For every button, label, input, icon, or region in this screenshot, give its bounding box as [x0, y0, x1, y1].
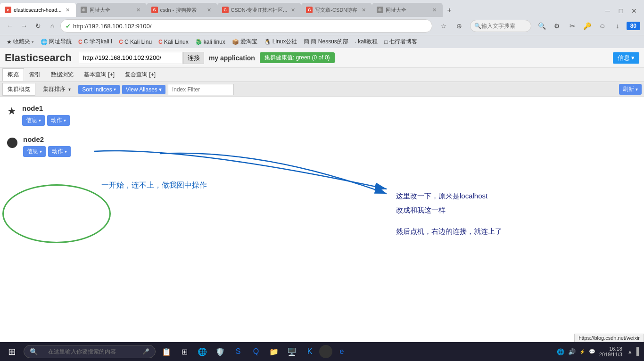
bookmark-qihang-blog[interactable]: □ 七行者博客 — [381, 37, 420, 47]
nav-indices[interactable]: 索引 — [24, 68, 46, 81]
bookmark-xuekali[interactable]: C C 学习kali I — [75, 37, 115, 47]
tray-expand-icon[interactable]: ▲ — [627, 349, 633, 354]
download-button[interactable]: ↓ — [611, 20, 624, 32]
cluster-overview-tab[interactable]: 集群概览 — [2, 83, 35, 96]
es-health-badge: 集群健康值: green (0 of 0) — [260, 52, 335, 63]
bookmark-button[interactable]: ⊕ — [453, 20, 465, 32]
tab-csdn-search[interactable]: S csdn - 搜狗搜索 ✕ — [147, 3, 217, 17]
tab-label-3: csdn - 搜狗搜索 — [160, 7, 203, 14]
refresh-browser-button[interactable]: ↻ — [32, 20, 44, 32]
bookmark-linux-pub[interactable]: 🐧 Linux公社 — [261, 37, 300, 47]
browser-search-input[interactable] — [481, 23, 527, 29]
node1-action-button[interactable]: 动作 ▾ — [47, 115, 70, 126]
tab-close-5[interactable]: ✕ — [360, 7, 367, 14]
bookmark-wangzhu-nav[interactable]: 🌐 网址导航 — [38, 37, 74, 47]
sort-indices-button[interactable]: Sort Indices ▾ — [78, 85, 119, 94]
tab-wangzhi[interactable]: ⊕ 网址大全 ✕ — [76, 3, 147, 17]
node1-info-button[interactable]: 信息 ▾ — [22, 115, 45, 126]
es-info-button[interactable]: 信息 ▾ — [613, 52, 639, 64]
sort-indices-label: Sort Indices — [82, 86, 112, 93]
cluster-sort-label: 集群排序 — [43, 86, 66, 92]
nav-complex-query[interactable]: 复合查询 [+] — [120, 68, 161, 81]
tab-label-1: elasticsearch-head... — [14, 7, 62, 13]
restore-button[interactable]: □ — [615, 5, 627, 17]
node2-action-button[interactable]: 动作 ▾ — [48, 146, 71, 157]
start-button[interactable]: ⊞ — [2, 343, 21, 361]
bookmark-taobao[interactable]: 📦 爱淘宝 — [229, 37, 260, 47]
tab-close-1[interactable]: ✕ — [64, 7, 71, 14]
tab-elasticsearch[interactable]: e elasticsearch-head... ✕ — [0, 3, 76, 17]
address-bar-container: ✔ — [60, 19, 432, 33]
user-button[interactable]: 🔑 — [581, 20, 594, 32]
bookmark-favorites[interactable]: ★ 收藏夹 ▾ — [4, 37, 37, 47]
tools-button[interactable]: ✂ — [566, 20, 578, 32]
tab-close-6[interactable]: ✕ — [431, 7, 438, 14]
forward-button[interactable]: → — [18, 20, 30, 32]
info-arrow: ▾ — [631, 54, 635, 61]
taskbar-s-icon[interactable]: S — [230, 343, 247, 360]
back-button[interactable]: ← — [4, 20, 16, 32]
minimize-button[interactable]: ─ — [602, 5, 614, 17]
nav-overview-label: 概览 — [8, 71, 19, 78]
taskbar-ie-icon[interactable]: e — [333, 343, 350, 360]
search-icon: 🔍 — [474, 23, 481, 29]
nav-data-browse[interactable]: 数据浏览 — [46, 68, 79, 81]
new-tab-button[interactable]: + — [443, 4, 456, 17]
search-button[interactable]: 🔍 — [536, 20, 548, 32]
es-connect-url-input[interactable] — [79, 52, 182, 64]
tab-csdn-write[interactable]: C 写文章-CSDN博客 ✕ — [301, 3, 372, 17]
tab-label-4: CSDN-专业IT技术社区... — [231, 7, 288, 14]
taskbar-windows-icon[interactable]: ⊞ — [176, 343, 193, 360]
kali-linux-label: Kali Linux — [164, 39, 189, 45]
tray-show-desktop-icon[interactable]: ▌ — [636, 347, 642, 356]
settings-button[interactable]: ⚙ — [551, 20, 563, 32]
cluster-sort-tab[interactable]: 集群排序 ▾ — [38, 83, 76, 96]
node2-action-label: 动作 — [52, 148, 63, 156]
microphone-icon[interactable]: 🎤 — [142, 348, 149, 355]
login-button[interactable]: 80 — [627, 22, 640, 30]
refresh-button[interactable]: 刷新 ▾ — [619, 84, 642, 95]
taskbar-monitor-icon[interactable]: 🖥️ — [283, 343, 300, 360]
tab-wangzhi2[interactable]: ⊕ 网址大全 ✕ — [372, 3, 443, 17]
qihang-label: 七行者博客 — [389, 38, 417, 46]
taskbar-globe-icon[interactable]: 🌐 — [194, 343, 211, 360]
taskbar-k-icon[interactable]: K — [301, 343, 318, 360]
es-connect-button[interactable]: 连接 — [183, 52, 204, 64]
taskbar-circle-icon[interactable] — [319, 345, 332, 358]
bookmark-nessus[interactable]: 簡 簡 Nessus的部 — [301, 37, 351, 47]
dragon-icon: 🐉 — [195, 39, 202, 45]
es-nav: 概览 索引 数据浏览 基本查询 [+] 复合查询 [+] — [0, 68, 644, 82]
bookmark-kali-linu[interactable]: C C Kali Linu — [116, 38, 155, 46]
taskbar-search-input[interactable] — [42, 345, 140, 358]
close-window-button[interactable]: ✕ — [628, 5, 640, 17]
taskbar-files-icon[interactable]: 📋 — [158, 343, 175, 360]
taskbar-shield-icon[interactable]: 🛡️ — [212, 343, 229, 360]
taskbar-q-icon[interactable]: Q — [248, 343, 264, 360]
nav-basic-query[interactable]: 基本查询 [+] — [79, 68, 120, 81]
node2-info-arrow: ▾ — [40, 149, 42, 154]
nav-overview[interactable]: 概览 — [2, 68, 24, 81]
tab-csdn-tech[interactable]: C CSDN-专业IT技术社区... ✕ — [217, 3, 302, 17]
tab-close-3[interactable]: ✕ — [206, 7, 213, 14]
tab-close-2[interactable]: ✕ — [135, 7, 142, 14]
node1-action-arrow: ▾ — [64, 118, 66, 123]
star-button[interactable]: ☆ — [438, 20, 450, 32]
info-label: 信息 — [618, 54, 630, 62]
bottom-annotation-text: 一开始，连不上，做我图中操作 — [101, 181, 207, 189]
emoji-button[interactable]: ☺ — [596, 20, 609, 32]
kali-dragon-label: kali linux — [204, 39, 225, 45]
address-bar-input[interactable] — [73, 23, 427, 30]
node2-info: node2 信息 ▾ 动作 ▾ — [23, 135, 71, 157]
annotation-line1: 这里改一下，原来是localhost — [396, 189, 502, 203]
tab-close-4[interactable]: ✕ — [289, 7, 297, 14]
bookmark-kali-tutorial[interactable]: · kali教程 — [352, 37, 380, 47]
bookmark-kali-linux[interactable]: C Kali Linux — [156, 38, 191, 46]
index-filter-input[interactable] — [168, 84, 234, 95]
home-button[interactable]: ⌂ — [46, 20, 58, 32]
taskbar-folder-icon[interactable]: 📁 — [265, 343, 282, 360]
favorites-arrow: ▾ — [32, 40, 34, 44]
node2-info-button[interactable]: 信息 ▾ — [23, 146, 46, 157]
view-aliases-button[interactable]: View Aliases ▾ — [122, 85, 165, 94]
bookmark-kali-linux-dragon[interactable]: 🐉 kali linux — [192, 38, 228, 46]
refresh-label: 刷新 — [623, 85, 634, 93]
